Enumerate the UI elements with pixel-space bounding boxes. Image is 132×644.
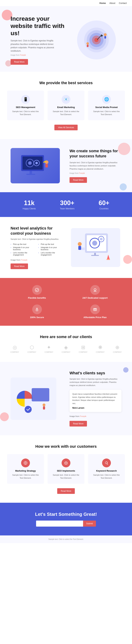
svg-point-16: [35, 162, 38, 164]
testimonial-quote-text: Quam lacus suspendisse faucibus interdum…: [72, 392, 119, 405]
how-read-more-button[interactable]: Read More: [57, 488, 75, 494]
nav-home[interactable]: Home: [99, 2, 106, 4]
svg-rect-18: [26, 174, 35, 175]
svg-point-40: [94, 309, 96, 310]
test-decor-2: [123, 367, 129, 372]
client-icon-2: ⬡: [30, 344, 34, 350]
client-icon-5: ⊞: [81, 344, 85, 350]
analytics-list-1: Pick up the tool Integrate it on your bu…: [10, 242, 35, 256]
price-icon: [90, 304, 100, 314]
support-icon: [90, 285, 100, 295]
how-body-keyword: Sample text. Click to select the Text El…: [91, 474, 122, 480]
svg-rect-33: [78, 246, 81, 250]
hero-image-credit: Image from Freepik: [10, 54, 56, 56]
clients-section: Here are some of our clients ◎ COMPANY ⬡…: [0, 326, 132, 362]
nav-about[interactable]: About: [109, 2, 115, 4]
svg-point-52: [105, 462, 107, 464]
flexible-benefits-icon: [35, 288, 39, 292]
testimonial-content: What's clients says Sample text. Click t…: [69, 371, 122, 426]
analytics-freepik-link[interactable]: Freepik: [21, 259, 27, 261]
svg-rect-10: [87, 45, 88, 47]
create-read-more-button[interactable]: Read More: [69, 177, 87, 183]
analytics-list-item: Integrate it on your business: [10, 246, 35, 251]
analytics-image-credit: Image from Freepik: [10, 259, 63, 261]
service-card-seo: 📱 SEO Management Sample text. Click to s…: [7, 90, 44, 120]
client-logo-5: ⊞ COMPANY: [79, 344, 87, 353]
svg-rect-29: [91, 255, 99, 256]
how-grid: Marketing Strategy Sample text. Click to…: [7, 454, 125, 484]
target-icon: [82, 26, 111, 54]
cta-submit-button[interactable]: Submit: [83, 520, 96, 526]
create-body: Sample text. Click to Egestas egestas fr…: [69, 161, 119, 170]
analytics-content: Next level analytics for control your bu…: [10, 226, 63, 269]
how-heading: How we work with our customers: [7, 444, 125, 449]
analytics-read-more-button[interactable]: Read More: [10, 264, 28, 269]
how-card-seo: SEO Implements Sample text. Click to sel…: [48, 454, 84, 484]
svg-rect-28: [94, 253, 96, 255]
how-section: How we work with our customers Marketing…: [0, 435, 132, 503]
testimonial-intro: Sample text. Click to Egestas egestas fr…: [69, 378, 122, 387]
analytics-list-2: Pick up the tool Integrate it on your bu…: [38, 242, 63, 256]
svg-rect-44: [33, 390, 48, 400]
marketing-strategy-icon: [24, 461, 27, 465]
how-title-marketing: Marketing Strategy: [10, 470, 41, 472]
feature-support-title: 24/7 Dedicated support: [82, 296, 108, 299]
testimonial-read-more-button[interactable]: Read More: [69, 421, 87, 426]
analytics-list-item: Integrate it on your business: [38, 246, 63, 251]
hero-body: Sample text. Click to Egestas egestas fr…: [10, 39, 56, 53]
svg-rect-34: [81, 248, 85, 250]
footer-text: Sample text. Click to select the Text El…: [7, 538, 125, 540]
analytics-list-item: Let's monitor the engagement: [10, 251, 35, 256]
services-section: We provide the best services 📱 SEO Manag…: [0, 72, 132, 139]
feature-flexible: Flexible benefits: [10, 285, 63, 299]
client-icon-4: ◈: [64, 344, 68, 350]
how-btn-row: Read More: [7, 488, 125, 494]
testimonial-image-area: [10, 378, 63, 420]
analytics-heading: Next level analytics for control your bu…: [10, 226, 63, 236]
testimonial-heading: What's clients says: [69, 371, 122, 376]
testimonial-image-credit: Image from Freepik: [69, 415, 122, 418]
how-title-seo: SEO Implements: [51, 470, 81, 472]
service-body-email: Sample text. Click to select the Text El…: [51, 110, 81, 116]
analytics-list-item: Pick up the tool: [10, 242, 35, 246]
client-logo-2: ⬡ COMPANY: [27, 344, 36, 353]
hero-read-more-button[interactable]: Read More: [10, 59, 28, 65]
svg-point-45: [25, 406, 32, 413]
nav-contact[interactable]: Contact: [119, 2, 127, 4]
stat-clients: 11k Happy Clients: [23, 199, 36, 210]
stat-countries-label: Countries: [99, 208, 109, 210]
stat-members: 300+ Team Members: [60, 199, 74, 210]
analytics-illustration: [71, 228, 120, 267]
client-logo-6: ❋ COMPANY: [96, 344, 105, 353]
stat-clients-label: Happy Clients: [23, 208, 36, 210]
seo-implements-icon-svg: [64, 461, 68, 465]
analytics-body: Sample text. Click to Egestas egestas fr…: [10, 238, 63, 240]
create-image-credit: Image from Freepik: [69, 172, 119, 175]
features-section: Flexible benefits 24/7 Dedicated support…: [0, 278, 132, 326]
testimonial-freepik-link[interactable]: Freepik: [80, 415, 86, 417]
svg-point-27: [100, 238, 103, 240]
feature-secure-title: 100% Secure: [30, 316, 44, 319]
marketing-icon: [21, 458, 30, 467]
stat-countries-number: 60+: [99, 199, 109, 207]
service-title-email: Email Marketing: [51, 106, 81, 108]
client-icon-3: ✦: [47, 344, 51, 350]
test-decor-1: [0, 412, 9, 421]
view-all-services-button[interactable]: View All Services: [54, 125, 77, 130]
client-label-1: COMPANY: [10, 351, 19, 353]
client-label-7: COMPANY: [113, 351, 122, 353]
hero-freepik-link[interactable]: Freepik: [20, 54, 26, 56]
feature-price-title: Affordable Price Plan: [83, 316, 107, 319]
svg-point-4: [94, 38, 99, 42]
services-grid: 📱 SEO Management Sample text. Click to s…: [7, 90, 125, 120]
analytics-col-1: Pick up the tool Integrate it on your bu…: [10, 242, 35, 256]
client-label-5: COMPANY: [79, 351, 87, 353]
create-freepik-link[interactable]: Freepik: [79, 172, 85, 174]
analytics-decor: [123, 255, 132, 264]
cta-email-input[interactable]: [36, 520, 83, 526]
client-label-3: COMPANY: [45, 351, 53, 353]
secure-icon-svg: [35, 307, 39, 312]
create-decor-1: [118, 143, 130, 155]
service-title-seo: SEO Management: [10, 106, 41, 108]
svg-rect-47: [43, 406, 45, 410]
